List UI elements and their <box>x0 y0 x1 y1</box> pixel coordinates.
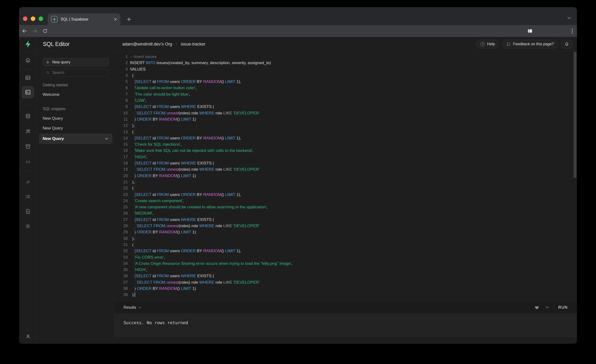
code-line[interactable]: 6 'Update call-to-action button color', <box>114 85 577 91</box>
snippet-item-selected[interactable]: New Query <box>39 134 112 144</box>
help-button[interactable]: ? Help <box>476 40 499 49</box>
breadcrumb-org[interactable]: adam@windmill.dev's Org <box>122 42 172 47</box>
code-line[interactable]: 13 ( <box>114 129 577 135</box>
code-line[interactable]: 15 'Check for SQL injections', <box>114 141 577 148</box>
line-text: ), <box>128 179 135 185</box>
nav-auth[interactable] <box>23 126 33 136</box>
code-line[interactable]: 14 (SELECT id FROM users ORDER BY RANDOM… <box>114 135 577 141</box>
run-options-button[interactable] <box>546 306 549 308</box>
breadcrumb-project[interactable]: issue-tracker <box>181 42 206 47</box>
code-line[interactable]: 31 ( <box>114 242 577 248</box>
code-line[interactable]: 4 ( <box>114 73 577 79</box>
code-line[interactable]: 38 ) ORDER BY RANDOM() LIMIT 1) <box>114 286 577 292</box>
nav-logs[interactable] <box>23 192 33 201</box>
rail-divider <box>23 171 33 171</box>
line-number: 2 <box>114 60 128 66</box>
code-line[interactable]: 32 (SELECT id FROM users ORDER BY RANDOM… <box>114 248 577 254</box>
code-line[interactable]: 8 'LOW', <box>114 97 577 104</box>
code-editor[interactable]: 1-- Insert issues2INSERT INTO issues(cre… <box>114 51 577 301</box>
new-tab-button[interactable] <box>125 15 133 24</box>
code-line[interactable]: 17 'HIGH', <box>114 154 577 160</box>
line-number: 6 <box>114 85 128 91</box>
side-panel-button[interactable] <box>527 28 533 34</box>
chevron-down-icon[interactable] <box>105 138 108 140</box>
code-line[interactable]: 19 SELECT FROM unnest(roles) role WHERE … <box>114 166 577 173</box>
line-number: 10 <box>114 110 128 116</box>
results-dropdown[interactable]: Results <box>124 305 141 310</box>
code-line[interactable]: 11 ) ORDER BY RANDOM() LIMIT 1) <box>114 116 577 123</box>
code-line[interactable]: 22 ( <box>114 185 577 191</box>
code-line[interactable]: 3VALUES <box>114 66 577 73</box>
nav-database[interactable] <box>23 111 33 121</box>
snippet-item[interactable]: New Query <box>43 126 108 131</box>
nav-table-editor[interactable] <box>23 73 33 82</box>
reload-button[interactable] <box>42 28 48 34</box>
code-line[interactable]: 10 SELECT FROM unnest(roles) role WHERE … <box>114 110 577 116</box>
code-line[interactable]: 34 'A Cross Origin Resource Sharing erro… <box>114 260 577 267</box>
code-line[interactable]: 23 (SELECT id FROM users ORDER BY RANDOM… <box>114 192 577 198</box>
code-line[interactable]: 21 ), <box>114 179 577 185</box>
snippet-item[interactable]: Welcome <box>43 92 108 97</box>
code-line[interactable]: 27 (SELECT id FROM users WHERE EXISTS ( <box>114 217 577 223</box>
code-line[interactable]: 1-- Insert issues <box>114 54 577 60</box>
browser-menu-button[interactable] <box>569 28 575 34</box>
nav-edge-functions[interactable] <box>23 157 33 167</box>
forward-button[interactable] <box>32 28 38 34</box>
settings-icon <box>25 223 31 229</box>
feedback-button[interactable]: Feedback on this page? <box>502 40 558 49</box>
tab-search-button[interactable] <box>566 14 573 22</box>
nav-settings[interactable] <box>23 222 33 231</box>
nav-api-docs[interactable] <box>23 207 33 216</box>
code-line[interactable]: 35 'HIGH', <box>114 267 577 273</box>
close-window-button[interactable] <box>23 16 27 21</box>
line-number: 38 <box>114 286 128 292</box>
code-line[interactable]: 30 ), <box>114 236 577 242</box>
notifications-button[interactable] <box>561 40 572 49</box>
line-text: 'A Cross Origin Resource Sharing error o… <box>128 260 292 267</box>
account-button[interactable] <box>19 333 37 339</box>
code-line[interactable]: 37 SELECT FROM unnest(roles) role WHERE … <box>114 279 577 286</box>
nav-sql-editor[interactable] <box>22 86 34 98</box>
kebab-menu-icon <box>572 29 573 34</box>
bell-icon <box>564 42 569 47</box>
code-line[interactable]: 24 'Create search component', <box>114 198 577 204</box>
code-line[interactable]: 9 (SELECT id FROM users WHERE EXISTS ( <box>114 104 577 110</box>
supabase-logo[interactable] <box>19 37 37 51</box>
new-query-button[interactable]: New query <box>43 58 109 66</box>
minimize-window-button[interactable] <box>31 16 35 21</box>
code-line[interactable]: 18 (SELECT id FROM users WHERE EXISTS ( <box>114 160 577 166</box>
run-button[interactable]: RUN <box>555 305 571 310</box>
code-line[interactable]: 12 ), <box>114 123 577 129</box>
search-input[interactable] <box>52 70 99 75</box>
code-line[interactable]: 5 (SELECT id FROM users ORDER BY RANDOM(… <box>114 79 577 85</box>
edge-functions-icon <box>25 159 31 165</box>
close-icon <box>114 18 117 21</box>
nav-reports[interactable] <box>23 177 33 186</box>
browser-tab[interactable]: SQL | Supabase <box>48 13 120 25</box>
tab-close-button[interactable] <box>114 18 117 21</box>
snippet-item[interactable]: New Query <box>43 116 108 121</box>
code-line[interactable]: 20 ) ORDER BY RANDOM() LIMIT 1) <box>114 173 577 179</box>
code-line[interactable]: 7 'The color should be light blue', <box>114 91 577 97</box>
code-line[interactable]: 2INSERT INTO issues(created_by, summary,… <box>114 60 577 66</box>
nav-storage[interactable] <box>23 142 33 151</box>
snippet-search[interactable] <box>43 69 109 76</box>
favorite-button[interactable] <box>535 305 539 310</box>
code-line[interactable]: 26 'MEDIUM', <box>114 210 577 216</box>
code-line[interactable]: 33 'Fix CORS error', <box>114 254 577 260</box>
code-line[interactable]: 28 SELECT FROM unnest(roles) role WHERE … <box>114 223 577 229</box>
line-text: 'Update call-to-action button color', <box>128 85 197 91</box>
back-button[interactable] <box>22 28 27 34</box>
help-icon: ? <box>480 42 485 46</box>
nav-home[interactable] <box>23 55 33 65</box>
line-text: SELECT FROM unnest(roles) role WHERE rol… <box>128 223 260 229</box>
account-icon <box>25 333 31 339</box>
code-line[interactable]: 25 'A new component should be created to… <box>114 204 577 210</box>
editor-scrollbar-thumb[interactable] <box>574 52 576 178</box>
reports-icon <box>25 178 31 185</box>
code-line[interactable]: 29 ) ORDER BY RANDOM() LIMIT 1) <box>114 229 577 235</box>
code-line[interactable]: 39 ); <box>114 292 577 298</box>
code-line[interactable]: 16 'Make sure that SQL can not be inject… <box>114 148 577 154</box>
code-line[interactable]: 36 (SELECT id FROM users WHERE EXISTS ( <box>114 273 577 279</box>
zoom-window-button[interactable] <box>39 16 43 21</box>
